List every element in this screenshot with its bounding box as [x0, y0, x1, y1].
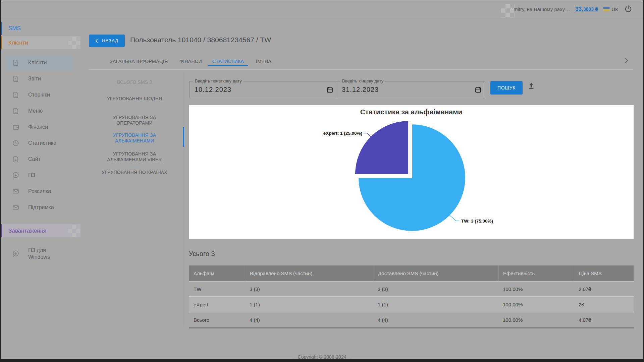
cell-alphaname: eXpert [189, 302, 245, 307]
transparency-checker-downloads [68, 225, 80, 237]
copyright-text: Copyright © 2008-2024 [298, 354, 346, 360]
sidebar-item-clients[interactable]: Клієнти [6, 55, 72, 71]
sidebar-item-pages[interactable]: Сторінки [6, 87, 72, 103]
sidebar-item-menu[interactable]: Меню [6, 103, 72, 119]
sidebar-section-label: Завантаження [8, 228, 46, 234]
cell-price: 2.07₴ [574, 286, 634, 292]
subnav-divider [183, 71, 184, 327]
tab-bar: ЗАГАЛЬНА ІНФОРМАЦІЯ ФІНАНСИ СТАТИСТИКА І… [89, 57, 634, 70]
transparency-checker-topbar [501, 4, 515, 17]
download-icon [12, 250, 19, 257]
calendar-icon[interactable] [327, 87, 333, 93]
end-date-field[interactable]: Введіть кінцеву дату 31.12.2023 [337, 81, 485, 98]
active-tab-indicator [208, 65, 248, 66]
sidebar-item-label: Підтримка [28, 204, 54, 211]
document-icon [12, 75, 19, 82]
cell-alphaname: Всього [189, 317, 245, 323]
search-button[interactable]: ПОШУК [490, 81, 523, 95]
sidebar-item-windows-software[interactable]: ПЗ дляWindows [6, 244, 72, 264]
document-icon [12, 107, 19, 115]
table-row-tw: TW 3 (3) 3 (3) 100.00% 2.07₴ [189, 281, 634, 296]
language-label[interactable]: UK [611, 6, 619, 12]
ukraine-flag-icon[interactable] [603, 7, 609, 11]
table-row-expert: eXpert 1 (1) 1 (1) 100.00% 2₴ [189, 296, 634, 312]
sidebar-item-label: ПЗ дляWindows [28, 247, 50, 260]
sidebar-item-mailing[interactable]: Розсилка [6, 183, 72, 199]
sidebar-item-label: Клієнти [28, 59, 47, 66]
column-header-delivered: Доставлено SMS (частин) [373, 265, 498, 281]
chevron-right-icon[interactable] [625, 58, 628, 63]
window-edge [0, 0, 1, 362]
sidebar-section-downloads[interactable]: Завантаження [0, 224, 80, 237]
sidebar-item-label: Статистика [28, 140, 56, 146]
balance-integer: 33, [575, 6, 583, 12]
table-bottom-border [189, 327, 634, 328]
tw-label-connector [449, 215, 459, 221]
sidebar-item-software[interactable]: ПЗ [6, 167, 72, 183]
sidebar-item-label: Звіти [28, 75, 41, 82]
cell-delivered: 1 (1) [373, 302, 498, 307]
cell-price: 4.07₴ [574, 317, 634, 323]
total-summary: Усього 3 [189, 250, 215, 258]
cell-efficiency: 100.00% [498, 286, 574, 292]
sidebar-item-label: ПЗ [28, 172, 35, 179]
sidebar-item-reports[interactable]: Звіти [6, 71, 72, 87]
tab-finance[interactable]: ФІНАНСИ [179, 59, 202, 64]
cell-price: 2₴ [574, 302, 634, 307]
power-icon[interactable] [624, 5, 633, 13]
wallet-icon [12, 123, 19, 131]
app-window: Dmitry, на Вашому раху… 33,3883 ₴ UK SMS… [0, 0, 644, 362]
envelope-icon [12, 188, 19, 195]
user-greeting: Dmitry, на Вашому раху… [510, 6, 570, 12]
subnav-group-by-alphanames[interactable]: УГРУПОВАННЯ ЗА АЛЬФАІМЕНАМИ [99, 132, 170, 144]
document-icon [12, 156, 19, 163]
cell-sent: 3 (3) [245, 286, 373, 292]
sidebar-item-label: Сторінки [28, 92, 50, 98]
document-icon [12, 59, 19, 66]
pie-chart-icon [12, 139, 19, 147]
sidebar-item-finance[interactable]: Фінанси [6, 119, 72, 135]
subnav-group-daily[interactable]: УГРУПОВАННЯ ЩОДНЯ [99, 96, 170, 102]
statistics-subnav: ВСЬОГО SMS 8 УГРУПОВАННЯ ЩОДНЯ УГРУПОВАН… [86, 71, 183, 329]
envelope-icon [12, 204, 19, 211]
balance-link[interactable]: 33,3883 ₴ [575, 6, 598, 12]
subnav-group-by-countries[interactable]: УГРУПОВАННЯ ПО КРАЇНАХ [99, 170, 170, 175]
cell-efficiency: 100.00% [498, 317, 574, 323]
subnav-group-by-alphanames-viber[interactable]: УГРУПОВАННЯ ЗА АЛЬФАІМЕНАМИ VIBER [99, 151, 170, 163]
back-button[interactable]: НАЗАД [89, 35, 125, 47]
sidebar-item-label: Фінанси [28, 124, 48, 130]
end-date-value: 31.12.2023 [342, 86, 379, 94]
tab-names[interactable]: ІМЕНА [256, 59, 271, 64]
subnav-total-sms: ВСЬОГО SMS 8 [99, 79, 170, 85]
balance-fraction: 3883 ₴ [583, 6, 598, 12]
sidebar-item-label: Розсилка [28, 188, 51, 195]
window-edge [0, 0, 644, 0]
sidebar-item-statistics[interactable]: Статистика [6, 135, 72, 151]
calendar-icon[interactable] [475, 87, 481, 93]
sidebar-section-sms[interactable]: SMS [0, 22, 80, 35]
column-header-alphaname: Альфаїм [189, 265, 245, 281]
back-button-label: НАЗАД [102, 38, 118, 43]
sidebar-section-clients[interactable]: Клієнти [0, 36, 80, 49]
start-date-field[interactable]: Введіть початкову дату 10.12.2023 [190, 81, 337, 98]
sidebar-item-site[interactable]: Сайт [6, 151, 72, 167]
tab-statistics[interactable]: СТАТИСТИКА [212, 59, 244, 64]
cell-alphaname: TW [189, 286, 245, 292]
sidebar-section-label: Клієнти [8, 40, 28, 46]
page-title: Пользователь 101040 / 380681234567 / TW [130, 36, 271, 44]
sidebar-item-label: Меню [28, 108, 43, 114]
export-upload-icon[interactable] [527, 81, 536, 90]
chevron-left-icon [95, 39, 98, 43]
pie-label-expert: eXpert: 1 (25.00%) [323, 131, 362, 136]
window-bottom-bar [0, 359, 644, 362]
tabs-divider [89, 69, 634, 70]
subnav-group-by-operators[interactable]: УГРУПОВАННЯ ЗА ОПЕРАТОРАМИ [99, 115, 170, 126]
pie-slice-expert [355, 121, 409, 174]
alphanames-pie-chart: eXpert: 1 (25.00%) TW: 3 (75.00%) [189, 105, 634, 239]
start-date-label: Введіть початкову дату [193, 78, 244, 83]
tab-general-info[interactable]: ЗАГАЛЬНА ІНФОРМАЦІЯ [110, 59, 168, 64]
column-header-price: Ціна SMS [574, 265, 634, 281]
sidebar-item-support[interactable]: Підтримка [6, 199, 72, 216]
column-header-efficiency: Ефективність [498, 265, 574, 281]
column-header-sent: Відправлено SMS (частин) [245, 265, 373, 281]
